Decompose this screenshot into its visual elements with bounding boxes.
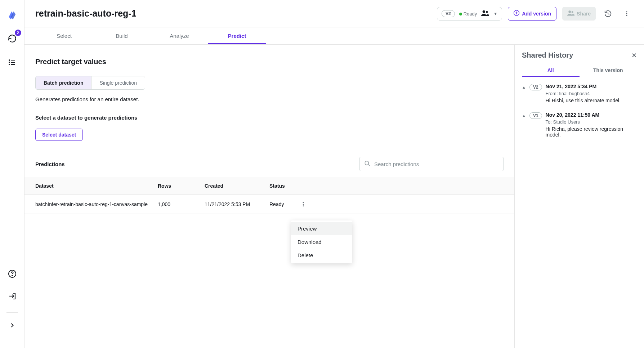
- plus-circle-icon: [513, 10, 520, 17]
- svg-rect-5: [11, 64, 15, 65]
- history-date: Nov 20, 2022 11:50 AM: [546, 112, 637, 118]
- history-item: ▲ V1 Nov 20, 2022 11:50 AM To: Studio Us…: [522, 112, 637, 138]
- version-pill: V2: [442, 10, 455, 17]
- svg-rect-1: [11, 60, 15, 61]
- search-icon: [364, 160, 371, 168]
- svg-point-14: [572, 11, 573, 13]
- header: retrain-basic-auto-reg-1 V2 Ready ▼ Add …: [24, 0, 644, 27]
- row-menu-button[interactable]: [298, 199, 308, 209]
- search-input[interactable]: [374, 161, 499, 167]
- table-header: Dataset Rows Created Status: [24, 177, 514, 195]
- single-prediction-tab[interactable]: Single prediction: [91, 76, 145, 89]
- history-message: Hi Rishi, use this alternate model.: [546, 98, 637, 103]
- caret-up-icon[interactable]: ▲: [522, 85, 526, 103]
- svg-point-20: [303, 202, 304, 203]
- panel-title: Shared History: [522, 51, 573, 59]
- tab-build[interactable]: Build: [93, 27, 151, 44]
- cell-dataset: batchInfer-retrain-basic-auto-reg-1-canv…: [35, 201, 158, 207]
- col-created: Created: [205, 183, 269, 189]
- history-item: ▲ V2 Nov 21, 2022 5:34 PM From: final-bu…: [522, 84, 637, 103]
- batch-prediction-tab[interactable]: Batch prediction: [36, 76, 91, 89]
- cell-created: 11/21/2022 5:53 PM: [205, 201, 269, 207]
- svg-point-15: [626, 11, 627, 12]
- svg-point-17: [626, 15, 627, 16]
- prediction-desc: Generates predictions for an entire data…: [35, 96, 504, 102]
- history-icon[interactable]: [601, 7, 614, 20]
- exit-icon[interactable]: [5, 289, 20, 304]
- svg-point-18: [365, 161, 369, 165]
- share-label: Share: [577, 11, 591, 17]
- add-version-button[interactable]: Add version: [508, 7, 556, 21]
- history-meta: From: final-bugbash4: [546, 91, 637, 96]
- menu-delete[interactable]: Delete: [291, 249, 352, 262]
- select-dataset-button[interactable]: Select dataset: [35, 129, 83, 141]
- history-date: Nov 21, 2022 5:34 PM: [546, 84, 637, 89]
- prediction-type-toggle: Batch prediction Single prediction: [35, 76, 145, 90]
- svg-point-16: [626, 13, 627, 14]
- help-icon[interactable]: [5, 266, 20, 281]
- svg-point-13: [568, 10, 571, 13]
- cell-status: Ready: [269, 201, 298, 207]
- svg-line-19: [368, 164, 370, 166]
- more-icon[interactable]: [620, 7, 633, 20]
- col-dataset: Dataset: [35, 183, 158, 189]
- row-context-menu: Preview Download Delete: [291, 220, 352, 263]
- col-rows: Rows: [158, 183, 205, 189]
- tab-this-version[interactable]: This version: [580, 64, 637, 77]
- history-meta: To: Studio Users: [546, 119, 637, 125]
- refresh-icon[interactable]: 2: [5, 31, 20, 46]
- left-rail: 2: [0, 0, 24, 348]
- svg-point-22: [303, 205, 304, 206]
- svg-point-21: [303, 204, 304, 205]
- caret-up-icon[interactable]: ▲: [522, 113, 526, 138]
- chevron-down-icon: ▼: [493, 12, 497, 16]
- predictions-table: Dataset Rows Created Status batchInfer-r…: [24, 177, 514, 214]
- svg-rect-3: [11, 62, 15, 63]
- tab-analyze[interactable]: Analyze: [151, 27, 208, 44]
- main-tabs: Select Build Analyze Predict: [24, 27, 644, 45]
- cell-rows: 1,000: [158, 201, 205, 207]
- shared-history-panel: Shared History ✕ All This version ▲ V2 N…: [514, 45, 644, 348]
- svg-point-9: [486, 11, 488, 13]
- menu-preview[interactable]: Preview: [291, 222, 352, 235]
- share-button: Share: [562, 7, 596, 21]
- logo-icon[interactable]: [5, 7, 20, 22]
- version-selector[interactable]: V2 Ready ▼: [437, 7, 502, 21]
- tab-select[interactable]: Select: [35, 27, 93, 44]
- svg-point-0: [9, 59, 10, 61]
- tab-all[interactable]: All: [522, 64, 580, 77]
- history-version-pill: V1: [529, 112, 542, 119]
- svg-point-7: [12, 275, 13, 276]
- history-tabs: All This version: [522, 64, 637, 77]
- section-title: Predict target values: [35, 58, 504, 66]
- predictions-heading: Predictions: [35, 161, 65, 167]
- status-indicator: Ready: [459, 11, 477, 17]
- list-icon[interactable]: [5, 55, 20, 70]
- svg-point-8: [483, 10, 485, 13]
- main-content: Predict target values Batch prediction S…: [24, 45, 514, 348]
- table-row: batchInfer-retrain-basic-auto-reg-1-canv…: [24, 195, 514, 214]
- history-version-pill: V2: [529, 84, 542, 90]
- close-icon[interactable]: ✕: [631, 52, 637, 59]
- svg-point-4: [9, 64, 10, 65]
- menu-download[interactable]: Download: [291, 235, 352, 249]
- search-predictions[interactable]: [359, 157, 504, 171]
- notification-badge: 2: [15, 30, 21, 36]
- history-message: Hi Richa, please review regression model…: [546, 126, 637, 138]
- select-dataset-heading: Select a dataset to generate predictions: [35, 115, 504, 121]
- col-status: Status: [269, 183, 298, 189]
- tab-predict[interactable]: Predict: [208, 27, 266, 44]
- page-title: retrain-basic-auto-reg-1: [35, 8, 137, 19]
- people-icon: [481, 10, 489, 17]
- svg-point-2: [9, 62, 10, 63]
- expand-icon[interactable]: [5, 318, 20, 333]
- add-version-label: Add version: [522, 11, 551, 17]
- people-icon: [567, 10, 574, 17]
